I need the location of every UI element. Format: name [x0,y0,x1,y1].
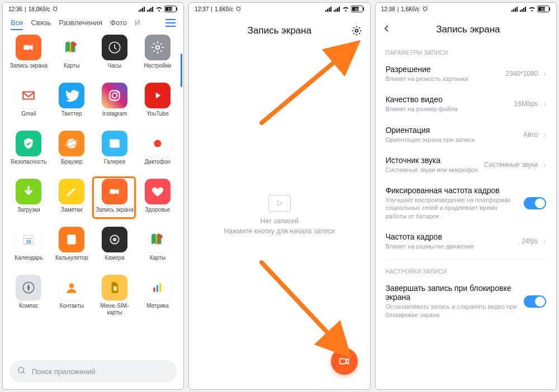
setting-value: 2340*1080 [505,70,538,78]
calendar-icon: Среда15 [16,227,41,252]
app-label: Безопасность [11,159,47,172]
app-gmaps[interactable]: Карты [51,35,92,76]
page-title: Запись экрана [248,25,311,36]
settings-button[interactable] [351,25,362,39]
setting-row[interactable]: Частота кадровВлияет на размытие движени… [376,227,556,257]
svg-text:60: 60 [541,7,546,11]
app-recorder[interactable]: Диктофон [137,131,178,172]
svg-rect-48 [549,7,550,11]
setting-subtitle: Влияет на размер файла [386,105,509,113]
app-compass[interactable]: Компас [8,275,49,316]
gear-icon [351,25,362,36]
app-camera[interactable]: Камера [94,227,135,268]
app-gmail[interactable]: Gmail [8,83,49,124]
app-twitter[interactable]: Твиттер [51,83,92,124]
chevron-right-icon: › [543,69,546,78]
toggle-switch[interactable] [524,295,546,308]
svg-point-33 [69,283,74,288]
toggle-switch[interactable] [524,197,546,209]
clock-icon [102,35,127,60]
svg-text:60: 60 [354,7,359,11]
setting-row[interactable]: Завершать запись при блокировке экранаОс… [376,278,556,326]
search-input[interactable]: Поиск приложений [10,360,177,383]
svg-point-44 [355,30,358,32]
app-sim[interactable]: Меню SIM-карты [94,275,135,316]
browser-icon [59,131,84,156]
app-label: Gmail [21,111,36,124]
svg-text:15: 15 [26,239,32,245]
sim-icon [102,275,127,300]
settings-list[interactable]: ПАРАМЕТРЫ ЗАПИСИ РазрешениеВлияет на рез… [376,40,556,389]
tab-photo[interactable]: Фото [110,18,127,27]
app-calendar[interactable]: Среда15Календарь [8,227,49,268]
alarm-icon [235,6,241,13]
setting-row[interactable]: Фиксированная частота кадровУлучшает вос… [376,180,556,227]
setting-row[interactable]: РазрешениеВлияет на резкость картинки234… [376,59,556,89]
setting-row[interactable]: Качество видеоВлияет на размер файла16Mb… [376,89,556,119]
app-health[interactable]: Здоровье [137,179,178,220]
app-label: Здоровье [145,207,170,220]
svg-point-38 [18,367,23,372]
status-net: 1,6Кб/с [401,6,419,12]
app-notes[interactable]: Заметки [51,179,92,220]
status-bar: 12:37 | 1,6Кб/с 60 [189,3,369,15]
app-metrika[interactable]: Метрика [137,275,178,316]
setting-subtitle: Улучшает воспроизведение на платформах с… [386,196,518,220]
svg-point-28 [73,242,74,243]
setting-title: Частота кадров [386,232,516,241]
app-gallery[interactable]: Галерея [94,131,135,172]
app-screenrec[interactable]: Запись экрана [8,35,49,76]
video-icon [338,355,350,367]
app-instagram[interactable]: Instagram [94,83,135,124]
app-label: Карты [64,63,80,76]
setting-subtitle: Влияет на размытие движения [386,242,516,250]
app-screenrec[interactable]: Запись экрана [94,179,135,220]
phone-screen-recorder-home: 12:37 | 1,6Кб/с 60 Запись экрана Нет зап… [188,2,370,390]
app-settings[interactable]: Настройки [137,35,178,76]
downloads-icon [16,179,41,204]
camera-icon [102,227,127,252]
svg-rect-35 [153,288,155,292]
svg-rect-5 [24,45,30,50]
health-icon [145,179,170,204]
app-label: Запись экрана [10,63,48,76]
signal-icon [511,7,518,12]
setting-title: Ориентация [386,126,518,135]
svg-rect-41 [363,7,364,11]
app-contacts[interactable]: Контакты [51,275,92,316]
battery-icon: 61 [164,6,178,12]
setting-title: Фиксированная частота кадров [386,186,518,195]
gmaps-icon [59,35,84,60]
app-youtube[interactable]: YouTube [137,83,178,124]
wifi-icon [155,6,163,12]
tab-more[interactable]: И [135,18,140,27]
contacts-icon [59,275,84,300]
status-bar: 12:36 | 18,0Кб/с 61 [3,3,183,15]
app-downloads[interactable]: Загрузки [8,179,49,220]
app-calculator[interactable]: Калькулятор [51,227,92,268]
phone-screen-recorder-settings: 12:38 | 1,6Кб/с 60 Запись экрана ПАРАМЕТ… [375,2,557,390]
setting-title: Разрешение [386,65,500,74]
setting-row[interactable]: Источник звукаСистемные звуки или микроф… [376,150,556,180]
menu-icon[interactable] [165,19,176,27]
app-label: Галерея [104,159,125,172]
record-fab[interactable] [331,348,358,375]
signal-icon [325,7,332,12]
svg-point-6 [73,42,77,46]
alarm-icon [52,6,58,13]
metrika-icon [145,275,170,300]
setting-title: Источник звука [386,156,479,165]
app-gmaps[interactable]: Карты [137,227,178,268]
tab-ent[interactable]: Развлечения [59,18,102,27]
app-security[interactable]: Безопасность [8,131,49,172]
app-clock[interactable]: Часы [94,35,135,76]
setting-subtitle: Влияет на резкость картинки [386,75,500,83]
tab-all[interactable]: Все [11,18,23,27]
security-icon [16,131,41,156]
app-browser[interactable]: Браузер [51,131,92,172]
section-header: ПАРАМЕТРЫ ЗАПИСИ [376,43,556,59]
setting-row[interactable]: ОриентацияОриентация экрана при записиАв… [376,120,556,150]
tab-comm[interactable]: Связь [31,18,51,27]
app-grid[interactable]: Запись экранаКартыЧасыНастройкиGmailТвит… [3,32,183,356]
compass-icon [16,275,41,300]
